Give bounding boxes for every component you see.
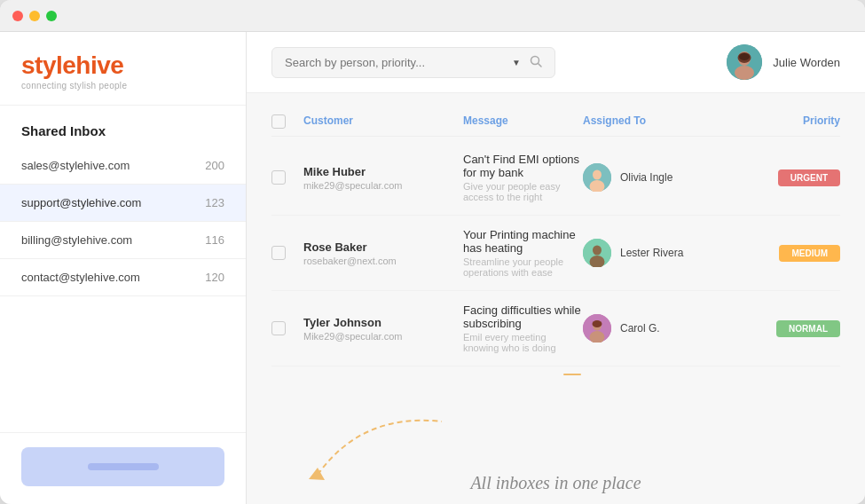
inbox-email: billing@stylehive.com — [21, 233, 132, 247]
logo-area: stylehive connecting stylish people — [0, 32, 246, 106]
inbox-item-sales[interactable]: sales@stylehive.com 200 — [0, 147, 246, 185]
priority-badge: Normal — [776, 320, 840, 337]
customer-name: Mike Huber — [303, 165, 463, 178]
customer-col: Mike Huber mike29@specular.com — [303, 165, 463, 191]
table-row[interactable]: Rose Baker rosebaker@next.com Your Print… — [271, 216, 840, 291]
minimize-button[interactable] — [29, 11, 40, 21]
customer-name: Tyler Johnson — [303, 316, 463, 329]
col-customer: Customer — [303, 114, 463, 129]
svg-point-6 — [739, 53, 750, 60]
app-window: stylehive connecting stylish people Shar… — [0, 0, 865, 504]
dashed-arrow — [291, 395, 468, 484]
col-assigned: Assigned to — [583, 114, 743, 129]
customer-col: Tyler Johnson Mike29@specular.com — [303, 316, 463, 342]
sidebar: stylehive connecting stylish people Shar… — [0, 32, 247, 504]
inbox-list: sales@stylehive.com 200 support@stylehiv… — [0, 147, 246, 432]
app-body: stylehive connecting stylish people Shar… — [0, 32, 865, 504]
assignee-name: Olivia Ingle — [620, 171, 672, 184]
svg-point-4 — [735, 66, 754, 80]
assigned-col: Lester Rivera — [583, 239, 743, 267]
message-preview: Streamline your people operations with e… — [463, 256, 583, 278]
customer-email: Mike29@specular.com — [303, 331, 463, 342]
inbox-email: contact@stylehive.com — [21, 271, 140, 284]
sidebar-cta-button[interactable] — [21, 447, 224, 486]
message-preview: Emil every meeting knowing who is doing — [463, 332, 583, 353]
filter-icon[interactable]: ▼ — [512, 58, 521, 67]
svg-point-8 — [593, 170, 602, 180]
main-header: ▼ — [247, 32, 865, 93]
inbox-item-support[interactable]: support@stylehive.com 123 — [0, 185, 246, 222]
assignee-name: Carol G. — [620, 322, 660, 335]
message-col: Can't Find EMI options for my bank Give … — [463, 153, 583, 202]
priority-col: Normal — [743, 320, 840, 337]
assignee-avatar — [583, 239, 611, 267]
traffic-lights — [12, 11, 57, 21]
user-profile[interactable]: Julie Worden — [727, 44, 840, 80]
brand-name: stylehive — [21, 51, 224, 80]
search-bar[interactable]: ▼ — [271, 47, 555, 78]
row-checkbox[interactable] — [271, 170, 286, 185]
inbox-item-contact[interactable]: contact@stylehive.com 120 — [0, 259, 246, 296]
inbox-email: sales@stylehive.com — [21, 159, 130, 172]
main-area: ▼ — [247, 32, 865, 504]
assignee-avatar — [583, 314, 611, 343]
search-icon[interactable] — [530, 55, 542, 70]
inbox-email: support@stylehive.com — [21, 196, 141, 209]
maximize-button[interactable] — [46, 11, 57, 21]
avatar-image — [727, 44, 762, 80]
message-col: Your Printing machine has heating Stream… — [463, 228, 583, 278]
table-row[interactable]: Tyler Johnson Mike29@specular.com Facing… — [271, 291, 840, 366]
svg-point-16 — [593, 320, 602, 327]
col-priority: Priority — [743, 114, 840, 129]
titlebar — [0, 0, 865, 32]
svg-marker-17 — [309, 468, 325, 480]
separator — [303, 366, 840, 382]
customer-email: mike29@specular.com — [303, 180, 463, 191]
inbox-count: 116 — [205, 233, 224, 247]
sidebar-bottom — [0, 432, 246, 504]
customer-col: Rose Baker rosebaker@next.com — [303, 240, 463, 266]
cta-bar — [88, 463, 159, 470]
header-checkbox-area — [271, 114, 303, 129]
message-preview: Give your people easy access to the righ… — [463, 181, 583, 202]
section-title: Shared Inbox — [0, 106, 246, 147]
table-row[interactable]: Mike Huber mike29@specular.com Can't Fin… — [271, 140, 840, 216]
row-checkbox[interactable] — [271, 246, 286, 260]
priority-col: Medium — [743, 245, 840, 262]
customer-email: rosebaker@next.com — [303, 256, 463, 266]
assigned-col: Olivia Ingle — [583, 163, 743, 192]
message-subject: Can't Find EMI options for my bank — [463, 153, 583, 179]
inbox-item-billing[interactable]: billing@stylehive.com 116 — [0, 222, 246, 259]
select-all-checkbox[interactable] — [271, 114, 286, 129]
assignee-avatar — [583, 163, 611, 192]
assigned-col: Carol G. — [583, 314, 743, 343]
inbox-count: 123 — [205, 196, 224, 209]
footer: All inboxes in one place — [247, 466, 865, 504]
priority-badge: Medium — [779, 245, 840, 262]
close-button[interactable] — [12, 11, 23, 21]
svg-line-1 — [539, 63, 542, 67]
message-subject: Facing difficulties while subscribing — [463, 303, 583, 330]
svg-point-11 — [593, 246, 602, 256]
assignee-name: Lester Rivera — [620, 247, 683, 259]
customer-name: Rose Baker — [303, 240, 463, 254]
avatar — [727, 44, 762, 80]
brand-tagline: connecting stylish people — [21, 81, 224, 91]
inbox-count: 200 — [205, 159, 224, 172]
message-col: Facing difficulties while subscribing Em… — [463, 303, 583, 353]
search-input[interactable] — [285, 56, 503, 69]
user-name: Julie Worden — [773, 56, 840, 69]
footer-tagline: All inboxes in one place — [470, 473, 641, 493]
row-checkbox[interactable] — [271, 321, 286, 335]
message-subject: Your Printing machine has heating — [463, 228, 583, 255]
col-message: Message — [463, 114, 583, 129]
priority-badge: Urgent — [778, 169, 840, 186]
inbox-count: 120 — [205, 271, 224, 284]
dash-separator — [563, 374, 581, 375]
priority-col: Urgent — [743, 169, 840, 186]
table-header: Customer Message Assigned to Priority — [271, 107, 840, 137]
